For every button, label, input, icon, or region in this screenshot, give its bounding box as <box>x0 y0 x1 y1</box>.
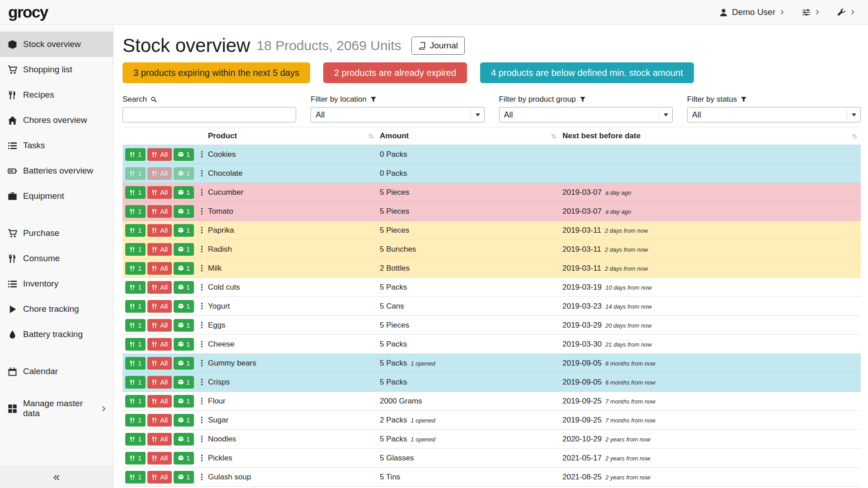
status-filter-select[interactable]: All <box>687 107 861 122</box>
consume-all-button[interactable]: All <box>147 414 172 427</box>
consume-all-button[interactable]: All <box>147 357 172 370</box>
row-menu-button[interactable] <box>196 207 208 215</box>
row-menu-button[interactable] <box>196 473 208 481</box>
consume-one-button[interactable]: 1 <box>125 433 146 446</box>
consume-one-button[interactable]: 1 <box>125 186 146 199</box>
row-menu-button[interactable] <box>196 378 208 386</box>
sidebar-item-batteries-overview[interactable]: Batteries overview <box>0 158 113 183</box>
row-menu-button[interactable] <box>196 397 208 405</box>
consume-all-button[interactable]: All <box>147 205 172 218</box>
open-product-button[interactable]: 1 <box>174 300 194 313</box>
amount-column-header[interactable]: Amount <box>377 127 560 145</box>
sort-icon[interactable] <box>851 133 858 140</box>
open-product-button[interactable]: 1 <box>174 224 194 237</box>
consume-all-button[interactable]: All <box>147 452 172 465</box>
sidebar-item-stock-overview[interactable]: Stock overview <box>0 32 113 57</box>
open-product-button[interactable]: 1 <box>174 281 194 294</box>
row-menu-button[interactable] <box>196 169 208 177</box>
best-before-column-header[interactable]: Next best before date <box>560 127 861 145</box>
consume-all-button[interactable]: All <box>147 262 172 275</box>
consume-one-button[interactable]: 1 <box>125 414 146 427</box>
app-logo[interactable]: grocy <box>8 3 48 21</box>
consume-all-button[interactable]: All <box>147 186 172 199</box>
consume-all-button[interactable]: All <box>147 167 172 180</box>
open-product-button[interactable]: 1 <box>174 338 194 351</box>
row-menu-button[interactable] <box>196 454 208 462</box>
row-menu-button[interactable] <box>196 226 208 234</box>
consume-one-button[interactable]: 1 <box>125 243 146 256</box>
open-product-button[interactable]: 1 <box>174 167 194 180</box>
sort-icon[interactable] <box>368 133 374 140</box>
consume-all-button[interactable]: All <box>147 148 172 161</box>
open-product-button[interactable]: 1 <box>174 205 194 218</box>
consume-one-button[interactable]: 1 <box>125 205 146 218</box>
consume-all-button[interactable]: All <box>147 300 172 313</box>
consume-one-button[interactable]: 1 <box>125 300 146 313</box>
product-group-filter-select[interactable]: All <box>499 107 673 122</box>
consume-all-button[interactable]: All <box>147 319 172 332</box>
open-product-button[interactable]: 1 <box>174 433 194 446</box>
row-menu-button[interactable] <box>196 150 208 158</box>
consume-one-button[interactable]: 1 <box>125 262 146 275</box>
consume-all-button[interactable]: All <box>147 471 172 483</box>
consume-one-button[interactable]: 1 <box>125 319 146 332</box>
row-menu-button[interactable] <box>196 416 208 424</box>
row-menu-button[interactable] <box>196 188 208 196</box>
open-product-button[interactable]: 1 <box>174 452 194 465</box>
open-product-button[interactable]: 1 <box>174 414 194 427</box>
consume-all-button[interactable]: All <box>147 281 172 294</box>
open-product-button[interactable]: 1 <box>174 376 194 389</box>
consume-one-button[interactable]: 1 <box>125 452 146 465</box>
below-min-stock-badge[interactable]: 4 products are below defined min. stock … <box>480 62 694 83</box>
consume-all-button[interactable]: All <box>147 433 172 446</box>
journal-button[interactable]: Journal <box>411 37 465 55</box>
product-column-header[interactable]: Product <box>205 127 377 145</box>
row-menu-button[interactable] <box>196 435 208 443</box>
sidebar-item-calendar[interactable]: Calendar <box>0 359 113 384</box>
expired-badge[interactable]: 2 products are already expired <box>323 62 467 83</box>
open-product-button[interactable]: 1 <box>174 357 194 370</box>
sidebar-item-consume[interactable]: Consume <box>0 246 113 271</box>
consume-all-button[interactable]: All <box>147 376 172 389</box>
consume-all-button[interactable]: All <box>147 395 172 408</box>
search-input[interactable] <box>123 107 296 122</box>
sidebar-collapse-button[interactable]: « <box>0 465 113 488</box>
sidebar-item-tasks[interactable]: Tasks <box>0 133 113 158</box>
row-menu-button[interactable] <box>196 302 208 310</box>
sidebar-item-chores-overview[interactable]: Chores overview <box>0 108 113 133</box>
row-menu-button[interactable] <box>196 283 208 291</box>
consume-one-button[interactable]: 1 <box>125 148 146 161</box>
sidebar-item-chore-tracking[interactable]: Chore tracking <box>0 296 113 322</box>
row-menu-button[interactable] <box>196 359 208 367</box>
consume-one-button[interactable]: 1 <box>125 376 146 389</box>
open-product-button[interactable]: 1 <box>174 319 194 332</box>
sidebar-item-inventory[interactable]: Inventory <box>0 271 113 296</box>
consume-all-button[interactable]: All <box>147 224 172 237</box>
consume-one-button[interactable]: 1 <box>125 357 146 370</box>
consume-one-button[interactable]: 1 <box>125 471 146 483</box>
open-product-button[interactable]: 1 <box>174 471 194 483</box>
consume-all-button[interactable]: All <box>147 338 172 351</box>
sidebar-item-purchase[interactable]: Purchase <box>0 221 113 246</box>
settings-menu[interactable] <box>802 8 820 17</box>
open-product-button[interactable]: 1 <box>174 262 194 275</box>
expiring-soon-badge[interactable]: 3 products expiring within the next 5 da… <box>123 62 310 83</box>
sidebar-item-shopping-list[interactable]: Shopping list <box>0 57 113 82</box>
admin-menu[interactable] <box>837 8 855 17</box>
open-product-button[interactable]: 1 <box>174 186 194 199</box>
sort-icon[interactable] <box>550 133 557 140</box>
row-menu-button[interactable] <box>196 321 208 329</box>
sidebar-item-battery-tracking[interactable]: Battery tracking <box>0 322 113 347</box>
consume-one-button[interactable]: 1 <box>125 224 146 237</box>
sidebar-item-recipes[interactable]: Recipes <box>0 82 113 108</box>
open-product-button[interactable]: 1 <box>174 148 194 161</box>
row-menu-button[interactable] <box>196 340 208 348</box>
sidebar-item-manage-master-data[interactable]: Manage master data <box>0 396 113 421</box>
open-product-button[interactable]: 1 <box>174 243 194 256</box>
sidebar-item-equipment[interactable]: Equipment <box>0 183 113 209</box>
consume-one-button[interactable]: 1 <box>125 167 146 180</box>
open-product-button[interactable]: 1 <box>174 395 194 408</box>
row-menu-button[interactable] <box>196 245 208 253</box>
consume-all-button[interactable]: All <box>147 243 172 256</box>
row-menu-button[interactable] <box>196 264 208 272</box>
